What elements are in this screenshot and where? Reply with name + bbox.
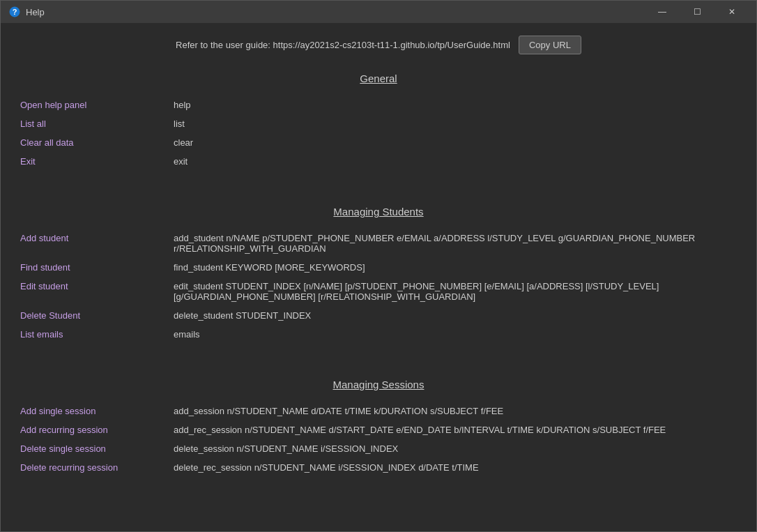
title-bar: ? Help — ☐ ✕ bbox=[1, 1, 756, 23]
url-bar: Refer to the user guide: https://ay2021s… bbox=[15, 23, 742, 66]
command-label: Delete Student bbox=[15, 306, 168, 325]
url-text: Refer to the user guide: https://ay2021s… bbox=[176, 40, 510, 50]
command-value: help bbox=[168, 96, 742, 114]
table-row: Open help panel help bbox=[15, 96, 742, 114]
copy-url-button[interactable]: Copy URL bbox=[519, 36, 581, 54]
table-row: Edit student edit_student STUDENT_INDEX … bbox=[15, 277, 742, 306]
table-row: Add single session add_session n/STUDENT… bbox=[15, 402, 742, 420]
students-section-title: Managing Students bbox=[15, 206, 742, 218]
command-label: Clear all data bbox=[15, 133, 168, 152]
table-row: Add recurring session add_rec_session n/… bbox=[15, 420, 742, 439]
command-label: List emails bbox=[15, 325, 168, 344]
command-value: delete_session n/STUDENT_NAME i/SESSION_… bbox=[168, 439, 742, 458]
table-row: Find student find_student KEYWORD [MORE_… bbox=[15, 258, 742, 277]
table-row: List all list bbox=[15, 114, 742, 133]
command-label: Delete recurring session bbox=[15, 458, 168, 477]
command-label: Add recurring session bbox=[15, 420, 168, 439]
close-button[interactable]: ✕ bbox=[716, 1, 748, 23]
svg-text:?: ? bbox=[13, 8, 17, 16]
command-label: Exit bbox=[15, 152, 168, 171]
command-value: exit bbox=[168, 152, 742, 171]
general-section: General Open help panel help List all li… bbox=[15, 73, 742, 171]
general-section-title: General bbox=[15, 73, 742, 84]
command-value: find_student KEYWORD [MORE_KEYWORDS] bbox=[168, 258, 742, 277]
command-label: Add single session bbox=[15, 402, 168, 420]
command-value: clear bbox=[168, 133, 742, 152]
command-value: delete_student STUDENT_INDEX bbox=[168, 306, 742, 325]
table-row: Clear all data clear bbox=[15, 133, 742, 152]
sessions-commands-table: Add single session add_session n/STUDENT… bbox=[15, 402, 742, 477]
table-row: Exit exit bbox=[15, 152, 742, 171]
window-controls: — ☐ ✕ bbox=[646, 1, 748, 23]
table-row: Delete Student delete_student STUDENT_IN… bbox=[15, 306, 742, 325]
command-label: Find student bbox=[15, 258, 168, 277]
help-window: ? Help — ☐ ✕ Refer to the user guide: ht… bbox=[0, 0, 757, 532]
minimize-button[interactable]: — bbox=[646, 1, 678, 23]
sessions-section: Managing Sessions Add single session add… bbox=[15, 379, 742, 477]
command-label: List all bbox=[15, 114, 168, 133]
maximize-button[interactable]: ☐ bbox=[681, 1, 713, 23]
command-label: Edit student bbox=[15, 277, 168, 306]
command-value: emails bbox=[168, 325, 742, 344]
content-area: Refer to the user guide: https://ay2021s… bbox=[1, 23, 756, 531]
table-row: List emails emails bbox=[15, 325, 742, 344]
students-section: Managing Students Add student add_studen… bbox=[15, 206, 742, 344]
command-value: edit_student STUDENT_INDEX [n/NAME] [p/S… bbox=[168, 277, 742, 306]
command-value: list bbox=[168, 114, 742, 133]
command-value: add_student n/NAME p/STUDENT_PHONE_NUMBE… bbox=[168, 229, 742, 258]
table-row: Delete single session delete_session n/S… bbox=[15, 439, 742, 458]
command-label: Add student bbox=[15, 229, 168, 258]
sessions-section-title: Managing Sessions bbox=[15, 379, 742, 390]
table-row: Add student add_student n/NAME p/STUDENT… bbox=[15, 229, 742, 258]
command-value: add_session n/STUDENT_NAME d/DATE t/TIME… bbox=[168, 402, 742, 420]
window-title: Help bbox=[26, 7, 646, 17]
table-row: Delete recurring session delete_rec_sess… bbox=[15, 458, 742, 477]
command-label: Delete single session bbox=[15, 439, 168, 458]
general-commands-table: Open help panel help List all list Clear… bbox=[15, 96, 742, 171]
command-value: delete_rec_session n/STUDENT_NAME i/SESS… bbox=[168, 458, 742, 477]
command-label: Open help panel bbox=[15, 96, 168, 114]
command-value: add_rec_session n/STUDENT_NAME d/START_D… bbox=[168, 420, 742, 439]
help-window-icon: ? bbox=[9, 6, 20, 17]
students-commands-table: Add student add_student n/NAME p/STUDENT… bbox=[15, 229, 742, 344]
